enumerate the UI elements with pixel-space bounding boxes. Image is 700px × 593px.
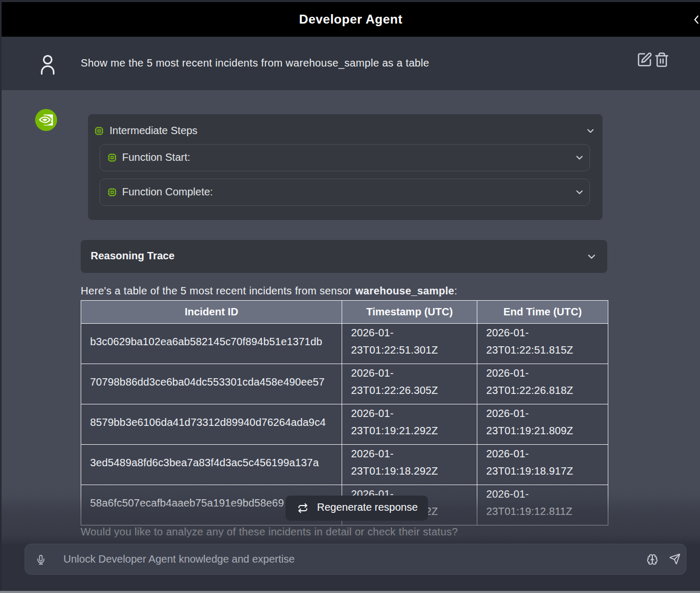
window-left-edge: [0, 0, 2, 593]
composer-bar: [25, 544, 686, 575]
repeat-icon: [298, 503, 308, 513]
user-icon: [40, 54, 55, 75]
cpu-icon: [107, 153, 117, 162]
intro-text-highlight: warehouse_sample: [355, 285, 454, 296]
user-message-row: Show me the 5 most recent incidents from…: [2, 37, 700, 90]
cpu-icon: [107, 188, 117, 197]
reasoning-trace-panel[interactable]: Reasoning Trace: [81, 240, 607, 273]
cell-incident-id: 8579bb3e6106da41d73312d89940d76264ada9c4: [81, 404, 342, 445]
column-header-incident-id: Incident ID: [81, 301, 342, 324]
chevron-down-icon[interactable]: [585, 126, 596, 136]
table-row: 3ed5489a8fd6c3bea7a83f4d3ac5c456199a137a…: [81, 445, 608, 485]
window-bottom-edge: [0, 591, 700, 593]
table-row: 70798b86dd3ce6ba04dc553301cda458e490ee57…: [81, 364, 608, 404]
cell-timestamp: 2026-01-23T01:22:51.301Z: [342, 324, 477, 364]
cell-end-time: 2026-01-23T01:22:51.815Z: [477, 324, 608, 364]
brain-icon[interactable]: [647, 554, 658, 565]
table-row: b3c0629ba102ea6ab582145c70f894b51e1371db…: [81, 324, 608, 364]
incidents-table: Incident ID Timestamp (UTC) End Time (UT…: [81, 300, 608, 525]
cell-timestamp: 2026-01-23T01:19:18.292Z: [342, 445, 477, 485]
microphone-icon[interactable]: [36, 554, 46, 566]
page-title: Developer Agent: [2, 2, 700, 37]
table-header-row: Incident ID Timestamp (UTC) End Time (UT…: [81, 301, 608, 324]
intro-text-suffix: :: [454, 285, 457, 296]
chevron-down-icon[interactable]: [574, 152, 585, 163]
column-header-timestamp: Timestamp (UTC): [342, 301, 477, 324]
chevron-left-icon[interactable]: [693, 15, 699, 24]
regenerate-response-button[interactable]: Regenerate response: [286, 496, 428, 521]
edit-message-button[interactable]: [637, 52, 652, 68]
chat-input[interactable]: [63, 552, 629, 567]
user-message-text: Show me the 5 most recent incidents from…: [81, 57, 429, 69]
reasoning-trace-label: Reasoning Trace: [91, 250, 174, 262]
regenerate-response-label: Regenerate response: [317, 501, 418, 513]
nvidia-avatar: [35, 109, 57, 131]
cell-timestamp: 2026-01-23T01:19:21.292Z: [342, 404, 477, 445]
cell-timestamp: 2026-01-23T01:22:26.305Z: [342, 364, 477, 404]
assistant-followup-text: Would you like to analyze any of these i…: [81, 526, 458, 538]
cpu-icon: [94, 126, 104, 136]
intermediate-steps-header[interactable]: Intermediate Steps: [88, 120, 603, 141]
cell-incident-id: 70798b86dd3ce6ba04dc553301cda458e490ee57: [81, 364, 342, 404]
function-start-label: Function Start:: [122, 151, 190, 163]
function-complete-panel[interactable]: Function Complete:: [100, 179, 590, 206]
chevron-down-icon[interactable]: [574, 187, 585, 197]
intro-text-prefix: Here's a table of the 5 most recent inci…: [81, 285, 355, 296]
function-complete-label: Function Complete:: [122, 186, 213, 198]
app-header: Developer Agent: [2, 2, 700, 37]
intermediate-steps-panel: Intermediate Steps Function Start: Funct…: [88, 114, 603, 220]
cell-end-time: 2026-01-23T01:19:21.809Z: [477, 404, 608, 445]
intermediate-steps-label: Intermediate Steps: [110, 125, 198, 137]
cell-end-time: 2026-01-23T01:22:26.818Z: [477, 364, 608, 404]
assistant-intro-text: Here's a table of the 5 most recent inci…: [81, 285, 457, 297]
cell-incident-id: b3c0629ba102ea6ab582145c70f894b51e1371db: [81, 324, 342, 364]
chevron-down-icon[interactable]: [586, 251, 597, 262]
cell-incident-id: 3ed5489a8fd6c3bea7a83f4d3ac5c456199a137a: [81, 445, 342, 485]
send-icon[interactable]: [669, 553, 681, 565]
column-header-end-time: End Time (UTC): [477, 301, 608, 324]
trash-icon[interactable]: [654, 52, 670, 68]
cell-end-time: 2026-01-23T01:19:12.811Z: [477, 485, 608, 525]
function-start-panel[interactable]: Function Start:: [100, 144, 590, 171]
table-row: 8579bb3e6106da41d73312d89940d76264ada9c4…: [81, 404, 608, 445]
cell-end-time: 2026-01-23T01:19:18.917Z: [477, 445, 608, 485]
window-top-edge: [0, 0, 700, 2]
